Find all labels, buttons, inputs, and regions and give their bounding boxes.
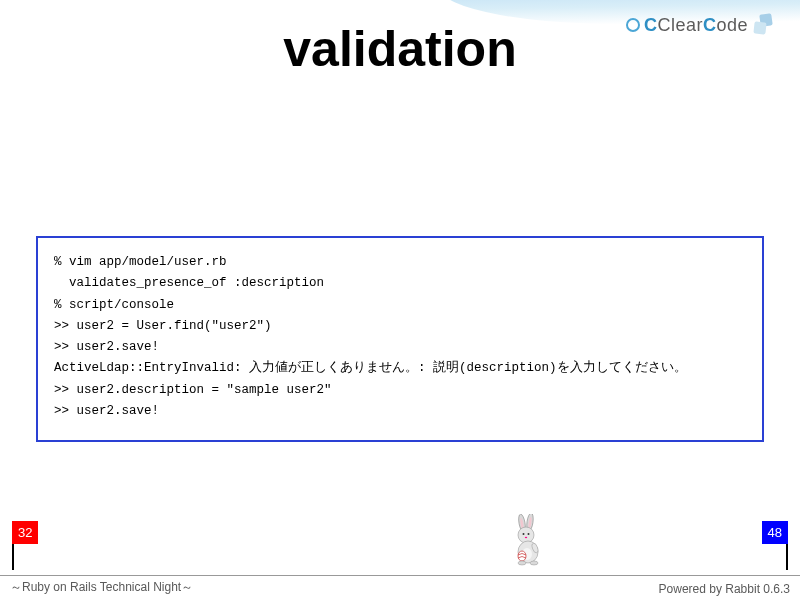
brand-logo: CClearCode <box>626 14 776 36</box>
logo-text-post: ode <box>716 15 748 35</box>
logo-circle-icon <box>626 18 640 32</box>
logo-text: CClearCode <box>644 15 748 36</box>
svg-point-5 <box>523 533 525 535</box>
flagpole-icon <box>12 544 14 570</box>
footer-left: ～Ruby on Rails Technical Night～ <box>10 579 193 596</box>
footer-right: Powered by Rabbit 0.6.3 <box>659 582 790 596</box>
code-line: >> user2.save! <box>54 404 159 418</box>
flagpole-icon <box>786 544 788 570</box>
svg-point-12 <box>530 561 538 565</box>
svg-point-6 <box>528 533 530 535</box>
code-line: % script/console <box>54 298 174 312</box>
svg-point-10 <box>518 551 526 561</box>
code-line: >> user2 = User.find("user2") <box>54 319 272 333</box>
code-line: % vim app/model/user.rb <box>54 255 227 269</box>
progress-track: 32 48 <box>0 510 800 570</box>
code-block: % vim app/model/user.rb validates_presen… <box>36 236 764 442</box>
flag-left-number: 32 <box>12 521 38 544</box>
rabbit-icon <box>508 514 550 570</box>
code-line: >> user2.description = "sample user2" <box>54 383 332 397</box>
logo-squares-icon <box>754 14 776 36</box>
divider <box>0 575 800 576</box>
flag-left: 32 <box>12 521 38 570</box>
flag-right-number: 48 <box>762 521 788 544</box>
code-line: ActiveLdap::EntryInvalid: 入力値が正しくありません。:… <box>54 361 687 375</box>
code-line: >> user2.save! <box>54 340 159 354</box>
svg-point-11 <box>518 561 526 565</box>
svg-point-4 <box>518 527 534 543</box>
flag-right: 48 <box>762 521 788 570</box>
svg-point-7 <box>525 537 527 539</box>
code-line: validates_presence_of :description <box>54 276 324 290</box>
logo-text-pre: Clear <box>657 15 703 35</box>
